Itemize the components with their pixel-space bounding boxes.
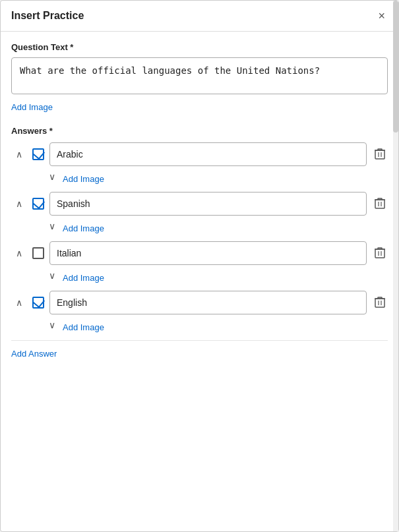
italian-image-row: ∨ Add Image bbox=[44, 268, 388, 283]
english-text-input[interactable] bbox=[49, 291, 367, 314]
scrollbar-thumb[interactable] bbox=[393, 1, 398, 133]
trash-icon bbox=[375, 247, 385, 258]
arabic-checkbox[interactable] bbox=[32, 148, 44, 160]
modal-body: Question Text * What are the official la… bbox=[1, 32, 398, 531]
answer-row-english: ∧ bbox=[11, 291, 388, 314]
arabic-add-image-button[interactable]: Add Image bbox=[63, 174, 104, 184]
spanish-text-input[interactable] bbox=[49, 192, 367, 216]
arabic-up-button[interactable]: ∧ bbox=[11, 147, 27, 162]
answers-label: Answers * bbox=[11, 126, 388, 136]
arabic-text-input[interactable] bbox=[49, 142, 367, 166]
close-button[interactable]: × bbox=[375, 9, 388, 23]
english-checkbox[interactable] bbox=[32, 297, 44, 309]
scrollbar-track bbox=[393, 1, 398, 531]
answers-section: Answers * ∧ bbox=[11, 126, 388, 359]
svg-rect-4 bbox=[375, 200, 384, 208]
english-up-button[interactable]: ∧ bbox=[11, 295, 27, 310]
trash-icon bbox=[375, 296, 385, 308]
italian-down-button[interactable]: ∨ bbox=[44, 268, 60, 283]
answer-item-arabic: ∧ ∨ Add Image bbox=[11, 142, 388, 184]
english-image-row: ∨ Add Image bbox=[44, 317, 388, 332]
english-down-button[interactable]: ∨ bbox=[44, 318, 60, 332]
answer-item-english: ∧ ∨ Add Image bbox=[11, 291, 388, 332]
modal-title: Insert Practice bbox=[11, 10, 84, 22]
italian-delete-button[interactable] bbox=[372, 244, 388, 263]
answer-row-spanish: ∧ bbox=[11, 192, 388, 216]
answer-row-italian: ∧ bbox=[11, 241, 388, 265]
question-text-label: Question Text * bbox=[11, 42, 388, 52]
svg-rect-12 bbox=[375, 299, 384, 307]
answer-item-italian: ∧ ∨ Add Image bbox=[11, 241, 388, 283]
italian-up-button[interactable]: ∧ bbox=[11, 246, 27, 260]
trash-icon bbox=[375, 197, 385, 209]
add-answer-button[interactable]: Add Answer bbox=[11, 349, 57, 359]
italian-add-image-button[interactable]: Add Image bbox=[63, 273, 104, 283]
spanish-delete-button[interactable] bbox=[372, 194, 388, 214]
italian-text-input[interactable] bbox=[49, 241, 367, 265]
english-delete-button[interactable] bbox=[372, 293, 388, 312]
spanish-up-button[interactable]: ∧ bbox=[11, 196, 27, 211]
arabic-down-button[interactable]: ∨ bbox=[44, 169, 60, 184]
arabic-image-row: ∨ Add Image bbox=[44, 169, 388, 184]
separator bbox=[11, 340, 388, 341]
answer-item-spanish: ∧ ∨ Add Image bbox=[11, 192, 388, 233]
english-add-image-button[interactable]: Add Image bbox=[63, 322, 104, 332]
spanish-down-button[interactable]: ∨ bbox=[44, 219, 60, 233]
italian-checkbox[interactable] bbox=[32, 247, 44, 259]
question-add-image-button[interactable]: Add Image bbox=[11, 102, 53, 112]
svg-rect-0 bbox=[375, 150, 384, 159]
insert-practice-modal: Insert Practice × Question Text * What a… bbox=[0, 0, 399, 532]
svg-rect-8 bbox=[375, 249, 384, 258]
question-text-input[interactable]: What are the official languages of the U… bbox=[11, 57, 388, 94]
answer-row-arabic: ∧ bbox=[11, 142, 388, 166]
modal-header: Insert Practice × bbox=[1, 1, 398, 32]
arabic-delete-button[interactable] bbox=[372, 145, 388, 164]
trash-icon bbox=[375, 148, 385, 160]
spanish-checkbox[interactable] bbox=[32, 198, 44, 210]
spanish-image-row: ∨ Add Image bbox=[44, 218, 388, 233]
spanish-add-image-button[interactable]: Add Image bbox=[63, 223, 104, 233]
